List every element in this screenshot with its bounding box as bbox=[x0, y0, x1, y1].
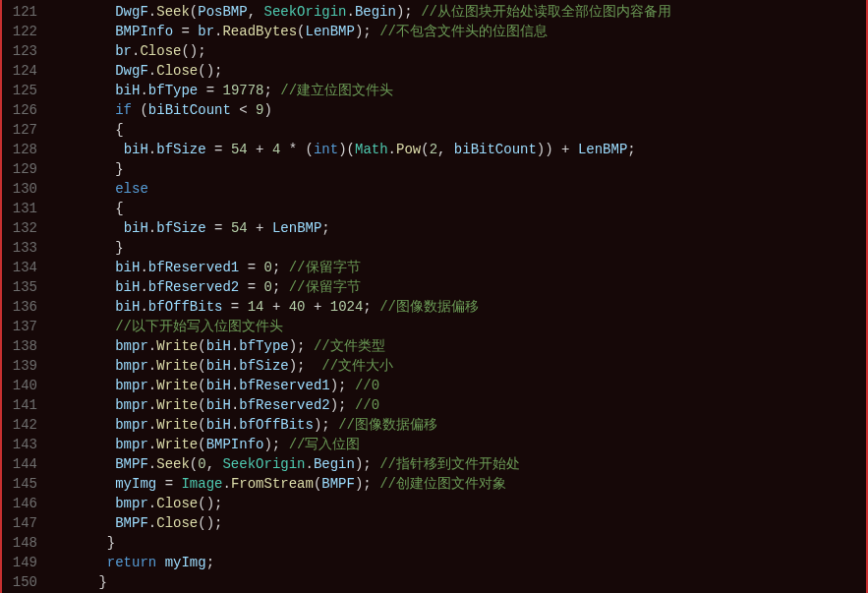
code-line[interactable]: if (biBitCount < 9) bbox=[49, 100, 866, 120]
token-punct: ( bbox=[198, 397, 205, 413]
token-ident: biH bbox=[115, 83, 140, 98]
token-num: 1024 bbox=[330, 299, 364, 315]
token-punct: . bbox=[148, 496, 156, 511]
line-number: 128 bbox=[2, 140, 37, 159]
token-punct: . bbox=[148, 397, 156, 413]
token-op: = bbox=[206, 220, 231, 236]
code-area[interactable]: DwgF.Seek(PosBMP, SeekOrigin.Begin); //从… bbox=[45, 0, 866, 593]
token-punct: . bbox=[140, 299, 147, 315]
token-ident: biH bbox=[124, 142, 148, 157]
token-punct: , bbox=[206, 456, 223, 472]
token-op: + bbox=[248, 142, 272, 157]
token-punct: . bbox=[148, 220, 156, 236]
code-line[interactable]: biH.bfReserved2 = 0; //保留字节 bbox=[49, 277, 866, 297]
token-method: Write bbox=[156, 378, 198, 393]
code-line[interactable]: bmpr.Write(BMPInfo); //写入位图 bbox=[49, 435, 866, 454]
token-punct: } bbox=[107, 535, 115, 551]
token-comment: //图像数据偏移 bbox=[379, 299, 479, 315]
token-ident: biBitCount bbox=[148, 102, 231, 118]
token-comment: //从位图块开始处读取全部位图内容备用 bbox=[421, 4, 671, 20]
token-punct: ( bbox=[198, 417, 205, 433]
token-punct: ( bbox=[306, 142, 314, 157]
code-line[interactable]: myImg = Image.FromStream(BMPF); //创建位图文件… bbox=[49, 474, 866, 494]
token-method: Seek bbox=[156, 456, 190, 472]
line-number: 126 bbox=[2, 100, 37, 120]
token-method: Write bbox=[156, 338, 198, 354]
code-line[interactable]: br.Close(); bbox=[49, 41, 866, 61]
code-editor[interactable]: 1211221231241251261271281291301311321331… bbox=[0, 0, 868, 593]
code-line[interactable]: { bbox=[49, 199, 866, 218]
token-punct: . bbox=[148, 417, 156, 433]
code-line[interactable]: BMPInfo = br.ReadBytes(LenBMP); //不包含文件头… bbox=[49, 22, 866, 41]
token-punct: . bbox=[148, 338, 156, 354]
code-line[interactable]: DwgF.Seek(PosBMP, SeekOrigin.Begin); //从… bbox=[49, 2, 866, 22]
code-line[interactable]: biH.bfOffBits = 14 + 40 + 1024; //图像数据偏移 bbox=[49, 297, 866, 317]
code-line[interactable]: //以下开始写入位图文件头 bbox=[49, 317, 866, 336]
token-type: SeekOrigin bbox=[263, 4, 346, 20]
token-ident: br bbox=[198, 24, 214, 39]
token-punct: )( bbox=[338, 142, 355, 157]
token-ident: BMPF bbox=[115, 515, 148, 531]
code-line[interactable]: biH.bfReserved1 = 0; //保留字节 bbox=[49, 258, 866, 277]
code-line[interactable]: bmpr.Write(biH.bfSize); //文件大小 bbox=[49, 356, 866, 376]
code-line[interactable]: bmpr.Write(biH.bfType); //文件类型 bbox=[49, 336, 866, 356]
code-line[interactable]: } bbox=[49, 159, 866, 179]
token-op: = bbox=[239, 279, 263, 295]
token-ident: biH bbox=[206, 397, 231, 413]
token-method: Write bbox=[156, 397, 198, 413]
token-keyword: return bbox=[107, 555, 156, 570]
token-punct: , bbox=[437, 142, 454, 157]
code-line[interactable]: else bbox=[49, 179, 866, 199]
token-punct: (); bbox=[198, 496, 222, 511]
token-op: = bbox=[222, 299, 247, 315]
code-line[interactable]: BMPF.Seek(0, SeekOrigin.Begin); //指针移到文件… bbox=[49, 454, 866, 474]
line-number: 122 bbox=[2, 22, 37, 41]
code-line[interactable]: { bbox=[49, 120, 866, 140]
line-number: 143 bbox=[2, 435, 37, 454]
token-comment: //文件大小 bbox=[321, 358, 393, 374]
token-comment: //0 bbox=[355, 397, 379, 413]
token-ident: Begin bbox=[314, 456, 355, 472]
line-number: 150 bbox=[2, 572, 37, 592]
line-number: 127 bbox=[2, 120, 37, 140]
token-op: * bbox=[280, 142, 305, 157]
token-method: Pow bbox=[396, 142, 421, 157]
token-type: Math bbox=[355, 142, 388, 157]
token-punct: ; bbox=[272, 260, 289, 275]
token-comment: //写入位图 bbox=[289, 437, 361, 452]
token-punct: ; bbox=[321, 220, 329, 236]
code-line[interactable]: bmpr.Write(biH.bfReserved1); //0 bbox=[49, 376, 866, 395]
code-line[interactable]: return myImg; bbox=[49, 553, 866, 572]
code-line[interactable]: biH.bfSize = 54 + 4 * (int)(Math.Pow(2, … bbox=[49, 140, 866, 159]
code-line[interactable]: biH.bfType = 19778; //建立位图文件头 bbox=[49, 81, 866, 100]
token-punct: . bbox=[148, 4, 156, 20]
code-line[interactable]: bmpr.Close(); bbox=[49, 494, 866, 513]
token-method: Write bbox=[156, 417, 198, 433]
token-punct: . bbox=[148, 456, 156, 472]
code-line[interactable]: bmpr.Write(biH.bfOffBits); //图像数据偏移 bbox=[49, 415, 866, 435]
code-line[interactable]: } bbox=[49, 238, 866, 258]
token-method: Write bbox=[156, 358, 198, 374]
token-method: FromStream bbox=[231, 476, 314, 492]
line-number: 145 bbox=[2, 474, 37, 494]
token-num: 40 bbox=[289, 299, 306, 315]
token-comment: //保留字节 bbox=[289, 279, 361, 295]
line-number-gutter: 1211221231241251261271281291301311321331… bbox=[2, 0, 45, 593]
code-line[interactable]: } bbox=[49, 533, 866, 553]
code-line[interactable]: BMPF.Close(); bbox=[49, 513, 866, 533]
token-ident: biH bbox=[206, 358, 231, 374]
token-punct: (); bbox=[198, 63, 222, 79]
line-number: 137 bbox=[2, 317, 37, 336]
code-line[interactable]: biH.bfSize = 54 + LenBMP; bbox=[49, 218, 866, 238]
token-punct: ); bbox=[289, 358, 322, 374]
token-ident: bfType bbox=[148, 83, 198, 98]
line-number: 139 bbox=[2, 356, 37, 376]
token-method: Close bbox=[156, 63, 198, 79]
token-num: 14 bbox=[248, 299, 264, 315]
token-punct: ); bbox=[330, 397, 355, 413]
token-punct: ; bbox=[206, 555, 214, 570]
token-punct: ( bbox=[132, 102, 148, 118]
code-line[interactable]: bmpr.Write(biH.bfReserved2); //0 bbox=[49, 395, 866, 415]
code-line[interactable]: DwgF.Close(); bbox=[49, 61, 866, 81]
code-line[interactable]: } bbox=[49, 572, 866, 592]
